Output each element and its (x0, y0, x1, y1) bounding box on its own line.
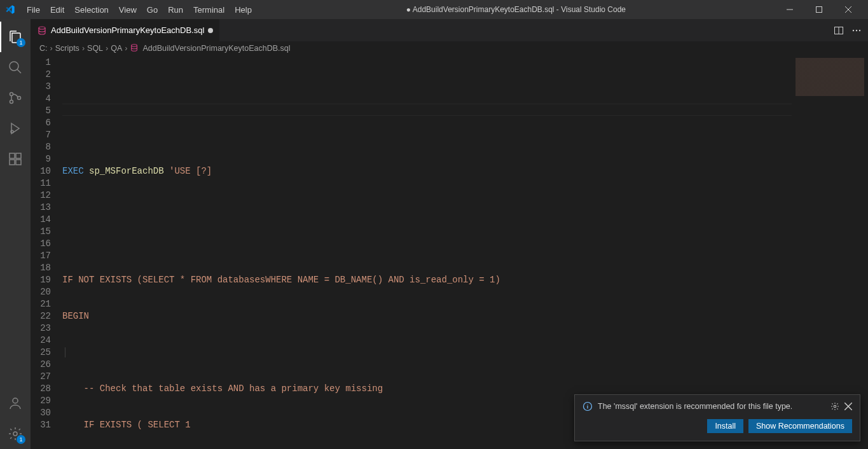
vscode-logo-icon (5, 4, 15, 15)
gear-icon[interactable] (830, 402, 839, 411)
info-icon (582, 401, 593, 411)
explorer-badge: 1 (17, 38, 25, 47)
activity-bar: 1 1 (0, 19, 31, 449)
crumb-qa[interactable]: QA (111, 44, 122, 53)
minimap[interactable] (792, 55, 868, 449)
notification-message: The 'mssql' extension is recommended for… (598, 402, 825, 411)
search-icon[interactable] (0, 52, 31, 83)
window-title: ● AddBuildVersionPrimaryKeytoEachDB.sql … (257, 5, 775, 14)
svg-point-2 (10, 62, 18, 71)
svg-point-12 (13, 432, 17, 436)
split-editor-icon[interactable] (834, 25, 844, 36)
sql-file-icon (37, 25, 47, 36)
menu-bar: File Edit Selection View Go Run Terminal… (22, 0, 257, 19)
settings-badge: 1 (17, 435, 25, 444)
titlebar: File Edit Selection View Go Run Terminal… (0, 0, 868, 19)
svg-point-17 (859, 29, 860, 31)
editor-area: AddBuildVersionPrimaryKeytoEachDB.sql C:… (31, 19, 868, 449)
tab-file[interactable]: AddBuildVersionPrimaryKeytoEachDB.sql (31, 19, 220, 41)
source-control-icon[interactable] (0, 83, 31, 113)
minimize-button[interactable] (775, 0, 804, 19)
menu-view[interactable]: View (114, 0, 142, 19)
maximize-button[interactable] (804, 0, 834, 19)
chevron-right-icon: › (106, 44, 108, 53)
breadcrumb[interactable]: C: › Scripts › SQL › QA › AddBuildVersio… (31, 41, 868, 55)
svg-rect-10 (16, 153, 21, 158)
tab-bar: AddBuildVersionPrimaryKeytoEachDB.sql (31, 19, 868, 41)
svg-rect-9 (16, 160, 21, 165)
svg-point-18 (132, 45, 137, 47)
crumb-sql[interactable]: SQL (87, 44, 103, 53)
accounts-icon[interactable] (0, 388, 31, 418)
extensions-icon[interactable] (0, 144, 31, 174)
crumb-file[interactable]: AddBuildVersionPrimaryKeytoEachDB.sql (142, 44, 290, 53)
svg-point-13 (39, 27, 45, 29)
menu-go[interactable]: Go (142, 0, 163, 19)
editor-body[interactable]: 1234567891011121314151617181920212223242… (31, 55, 868, 449)
explorer-icon[interactable]: 1 (0, 22, 31, 52)
window-controls (775, 0, 863, 19)
line-number-gutter: 1234567891011121314151617181920212223242… (31, 55, 62, 449)
install-button[interactable]: Install (707, 419, 743, 433)
menu-terminal[interactable]: Terminal (188, 0, 230, 19)
svg-rect-7 (10, 153, 15, 158)
svg-point-15 (853, 29, 854, 31)
svg-point-16 (856, 29, 857, 31)
tab-label: AddBuildVersionPrimaryKeytoEachDB.sql (51, 25, 204, 35)
menu-edit[interactable]: Edit (45, 0, 69, 19)
crumb-scripts[interactable]: Scripts (55, 44, 79, 53)
close-icon[interactable] (844, 403, 852, 410)
code-content[interactable]: EXEC sp_MSForEachDB 'USE [?] IF NOT EXIS… (62, 55, 792, 449)
run-debug-icon[interactable] (0, 113, 31, 144)
svg-point-11 (13, 398, 18, 403)
cursor-line-highlight (62, 104, 792, 116)
svg-point-4 (10, 100, 13, 104)
svg-rect-8 (10, 160, 15, 165)
menu-file[interactable]: File (22, 0, 45, 19)
dirty-indicator-icon (208, 28, 213, 33)
minimap-content (796, 58, 864, 96)
notification-toast: The 'mssql' extension is recommended for… (574, 394, 860, 441)
menu-run[interactable]: Run (163, 0, 188, 19)
chevron-right-icon: › (50, 44, 53, 53)
menu-help[interactable]: Help (230, 0, 257, 19)
chevron-right-icon: › (125, 44, 127, 53)
svg-rect-0 (787, 10, 793, 10)
svg-rect-1 (816, 7, 822, 13)
more-actions-icon[interactable] (851, 25, 862, 36)
show-recommendations-button[interactable]: Show Recommendations (748, 419, 852, 433)
chevron-right-icon: › (82, 44, 85, 53)
svg-point-3 (10, 93, 13, 96)
svg-point-6 (11, 130, 13, 133)
menu-selection[interactable]: Selection (69, 0, 113, 19)
sql-file-icon (130, 43, 140, 53)
crumb-c[interactable]: C: (39, 44, 48, 53)
settings-icon[interactable]: 1 (0, 418, 31, 449)
close-button[interactable] (834, 0, 863, 19)
svg-point-20 (834, 405, 836, 408)
